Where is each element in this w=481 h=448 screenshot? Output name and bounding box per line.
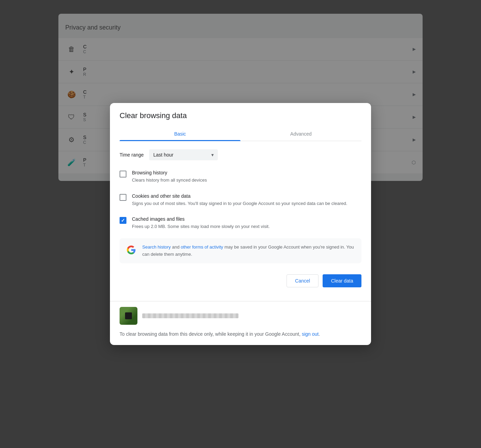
google-info-box: Search history and other forms of activi… — [120, 238, 361, 264]
avatar — [120, 307, 137, 325]
other-activity-link[interactable]: other forms of activity — [181, 244, 223, 250]
cookies-checkbox[interactable] — [120, 194, 126, 201]
time-range-label: Time range — [120, 152, 144, 158]
tab-advanced[interactable]: Advanced — [240, 127, 361, 141]
cookies-checkbox-wrapper[interactable] — [120, 194, 126, 201]
cached-checkbox[interactable]: ✓ — [120, 217, 126, 224]
cookies-item: Cookies and other site data Signs you ou… — [120, 192, 361, 208]
browsing-history-checkbox-wrapper[interactable] — [120, 171, 126, 177]
modal-overlay: Clear browsing data Basic Advanced Time … — [0, 0, 481, 448]
modal-title: Clear browsing data — [120, 111, 361, 120]
google-logo — [125, 244, 137, 256]
cached-item: ✓ Cached images and files Frees up 2.0 M… — [120, 215, 361, 231]
time-range-select[interactable]: Last hour ▾ — [149, 149, 218, 160]
browsing-history-item: Browsing history Clears history from all… — [120, 169, 361, 185]
browsing-history-title: Browsing history — [132, 170, 361, 175]
account-name-blurred — [142, 313, 238, 318]
browsing-history-desc: Clears history from all synced devices — [132, 177, 361, 184]
modal-footer: To clear browsing data from this device … — [110, 301, 371, 345]
browsing-history-checkbox[interactable] — [120, 171, 126, 177]
cookies-title: Cookies and other site data — [132, 193, 361, 199]
account-row — [120, 307, 361, 325]
check-mark-icon: ✓ — [121, 218, 125, 223]
google-info-middle: and — [171, 244, 181, 250]
cancel-button[interactable]: Cancel — [287, 274, 319, 287]
modal-body: Time range Last hour ▾ Browsing history … — [110, 141, 371, 301]
tab-basic[interactable]: Basic — [120, 127, 240, 141]
time-range-value: Last hour — [153, 152, 173, 158]
search-history-link[interactable]: Search history — [142, 244, 171, 250]
footer-text: To clear browsing data from this device … — [120, 330, 361, 338]
clear-data-button[interactable]: Clear data — [323, 274, 361, 287]
cached-title: Cached images and files — [132, 216, 361, 222]
modal-tabs: Basic Advanced — [120, 127, 361, 141]
time-range-row: Time range Last hour ▾ — [120, 149, 361, 160]
google-info-text: Search history and other forms of activi… — [142, 244, 356, 258]
dropdown-arrow-icon: ▾ — [211, 152, 214, 158]
cached-checkbox-wrapper[interactable]: ✓ — [120, 217, 126, 224]
cookies-desc: Signs you out of most sites. You'll stay… — [132, 200, 361, 207]
footer-text-before: To clear browsing data from this device … — [120, 331, 302, 337]
action-buttons: Cancel Clear data — [120, 272, 361, 293]
avatar-pixel — [125, 312, 132, 319]
sign-out-link[interactable]: sign out — [302, 331, 318, 337]
cached-desc: Frees up 2.0 MB. Some sites may load mor… — [132, 223, 361, 230]
footer-text-after: . — [319, 331, 320, 337]
modal-header: Clear browsing data Basic Advanced — [110, 103, 371, 141]
clear-browsing-data-modal: Clear browsing data Basic Advanced Time … — [110, 103, 371, 345]
